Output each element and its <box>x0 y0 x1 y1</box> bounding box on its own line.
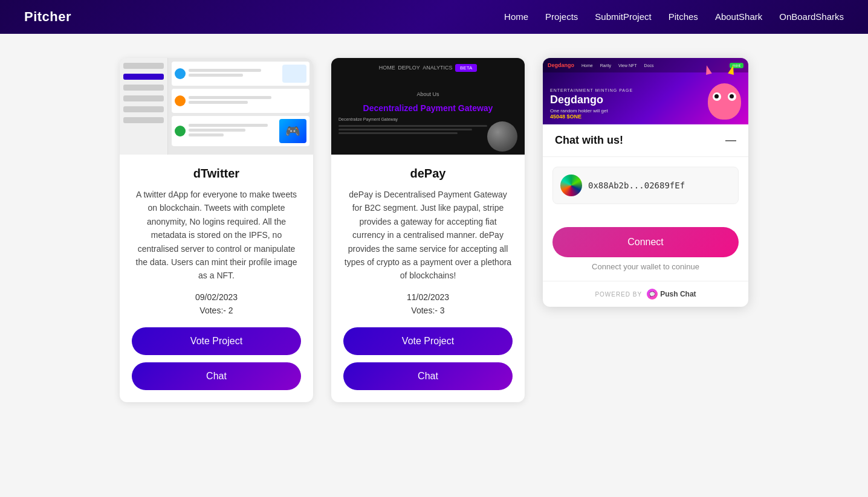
nav-link-onboardsharks[interactable]: OnBoardSharks <box>779 11 844 22</box>
degdango-monster <box>699 71 741 120</box>
depay-nav-deploy: DEPLOY <box>398 65 420 71</box>
push-chat-logo: 💬 Push Chat <box>647 289 696 300</box>
chat-user-avatar <box>560 175 582 196</box>
nav-item-projects[interactable]: Projects <box>545 11 578 22</box>
degdango-nav-rarity: Rarity <box>600 63 611 68</box>
degdango-nav-home: Home <box>581 63 593 68</box>
depay-sphere <box>487 121 517 152</box>
chat-message-item: 0x88Ab2b...02689fEf <box>552 167 739 204</box>
app-header: Pitcher HomeProjectsSubmitProjectPitches… <box>0 0 868 34</box>
nav-item-aboutshark[interactable]: AboutShark <box>715 11 762 22</box>
chat-minimize-button[interactable]: — <box>725 134 736 147</box>
chat-header-title: Chat with us! <box>555 134 623 147</box>
nav-link-projects[interactable]: Projects <box>545 11 578 22</box>
depay-nav-trial: BETA <box>455 64 477 72</box>
project-image-dtwitter: 🎮 <box>120 58 313 155</box>
degdango-nav-viewnft: View NFT <box>618 63 637 68</box>
project-card-depay: HOME DEPLOY ANALYTICS BETA About Us Dece… <box>331 58 525 402</box>
nav-item-onboardsharks[interactable]: OnBoardSharks <box>779 11 844 22</box>
app-logo: Pitcher <box>24 9 71 25</box>
degdango-logo: Degdango <box>548 62 574 68</box>
connect-wallet-button[interactable]: Connect <box>552 227 739 257</box>
chat-connect-section: Connect Connect your wallet to coninue <box>543 217 748 281</box>
nav-link-home[interactable]: Home <box>504 11 528 22</box>
connect-hint-text: Connect your wallet to coninue <box>592 262 699 271</box>
push-chat-icon: 💬 <box>647 289 658 300</box>
chat-wallet-address: 0x88Ab2b...02689fEf <box>588 181 685 190</box>
main-nav: HomeProjectsSubmitProjectPitchesAboutSha… <box>504 11 844 22</box>
card-votes-dtwitter: Votes:- 2 <box>199 306 233 315</box>
depay-nav-analytics: ANALYTICS <box>423 65 452 71</box>
chat-widget: Degdango Home Rarity View NFT Docs mint … <box>543 58 748 307</box>
push-chat-name: Push Chat <box>660 290 696 298</box>
powered-by-label: POWERED BY <box>595 291 642 298</box>
degdango-nav-docs: Docs <box>644 63 654 68</box>
nav-list: HomeProjectsSubmitProjectPitchesAboutSha… <box>504 11 844 22</box>
nav-link-aboutshark[interactable]: AboutShark <box>715 11 762 22</box>
card-date-dtwitter: 09/02/2023 <box>195 292 238 302</box>
chat-footer: POWERED BY 💬 Push Chat <box>543 281 748 307</box>
main-content: 🎮 dTwitter A twitter dApp for everyone t… <box>0 34 868 426</box>
nav-link-submitproject[interactable]: SubmitProject <box>595 11 651 22</box>
project-image-depay: HOME DEPLOY ANALYTICS BETA About Us Dece… <box>331 58 525 155</box>
vote-button-depay[interactable]: Vote Project <box>343 327 513 355</box>
chat-button-depay[interactable]: Chat <box>343 362 513 390</box>
chat-button-dtwitter[interactable]: Chat <box>132 362 301 390</box>
nav-item-pitches[interactable]: Pitches <box>669 11 698 22</box>
degdango-subtitle: One random holder will get <box>550 108 699 114</box>
degdango-prize: 45048 $ONE <box>550 114 699 120</box>
nav-link-pitches[interactable]: Pitches <box>669 11 698 22</box>
card-body-depay: dePay dePay is Decentralised Payment Gat… <box>331 155 525 402</box>
chat-banner: Degdango Home Rarity View NFT Docs mint … <box>543 58 748 124</box>
depay-mockup-title: Decentralized Payment Gateway <box>331 103 525 113</box>
card-title-dtwitter: dTwitter <box>193 167 239 181</box>
project-card-dtwitter: 🎮 dTwitter A twitter dApp for everyone t… <box>120 58 313 402</box>
depay-nav-home: HOME <box>379 65 395 71</box>
card-title-depay: dePay <box>410 167 446 181</box>
chat-header: Chat with us! — <box>543 124 748 157</box>
degdango-title: Degdango <box>550 94 699 107</box>
card-body-dtwitter: dTwitter A twitter dApp for everyone to … <box>120 155 313 402</box>
nav-item-submitproject[interactable]: SubmitProject <box>595 11 651 22</box>
chat-messages-area: 0x88Ab2b...02689fEf <box>543 157 748 217</box>
card-description-depay: dePay is Decentralised Payment Gateway f… <box>343 188 513 283</box>
nav-item-home[interactable]: Home <box>504 11 528 22</box>
card-votes-depay: Votes:- 3 <box>411 306 444 315</box>
card-date-depay: 11/02/2023 <box>407 292 449 302</box>
card-description-dtwitter: A twitter dApp for everyone to make twee… <box>132 188 301 283</box>
vote-button-dtwitter[interactable]: Vote Project <box>132 327 301 355</box>
